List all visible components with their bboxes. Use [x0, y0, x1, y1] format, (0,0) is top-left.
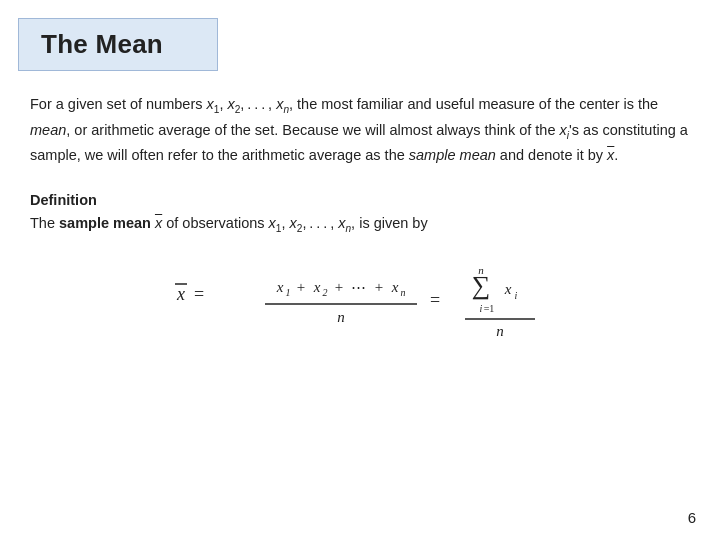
svg-text:x: x: [176, 284, 185, 304]
svg-text:=1: =1: [484, 303, 495, 314]
definition-body: The sample mean x of observations x1, x2…: [30, 212, 690, 238]
svg-text:x: x: [504, 281, 512, 297]
svg-text:1: 1: [286, 287, 291, 298]
svg-text:+: +: [375, 279, 383, 295]
svg-text:∑: ∑: [472, 271, 491, 300]
title-bar: The Mean: [18, 18, 218, 71]
svg-text:+: +: [297, 279, 305, 295]
svg-text:i: i: [515, 290, 518, 301]
svg-text:=: =: [194, 284, 204, 304]
svg-text:2: 2: [323, 287, 328, 298]
svg-text:+: +: [335, 279, 343, 295]
svg-text:x: x: [391, 279, 399, 295]
svg-text:⋯: ⋯: [351, 279, 366, 295]
svg-text:x: x: [276, 279, 284, 295]
slide-content: For a given set of numbers x1, x2, . . .…: [0, 71, 720, 346]
intro-paragraph: For a given set of numbers x1, x2, . . .…: [30, 93, 690, 168]
formula-svg: x = x 1 + x 2 + ⋯ + x n n =: [165, 256, 555, 346]
slide: The Mean For a given set of numbers x1, …: [0, 0, 720, 540]
definition-label: Definition: [30, 192, 690, 208]
svg-text:x: x: [313, 279, 321, 295]
page-number: 6: [688, 509, 696, 526]
svg-text:n: n: [337, 309, 345, 325]
svg-text:n: n: [496, 323, 504, 339]
svg-text:=: =: [430, 290, 440, 310]
formula-area: x = x 1 + x 2 + ⋯ + x n n =: [30, 256, 690, 346]
slide-title: The Mean: [41, 29, 163, 59]
svg-text:i: i: [480, 303, 483, 314]
svg-text:n: n: [401, 287, 406, 298]
